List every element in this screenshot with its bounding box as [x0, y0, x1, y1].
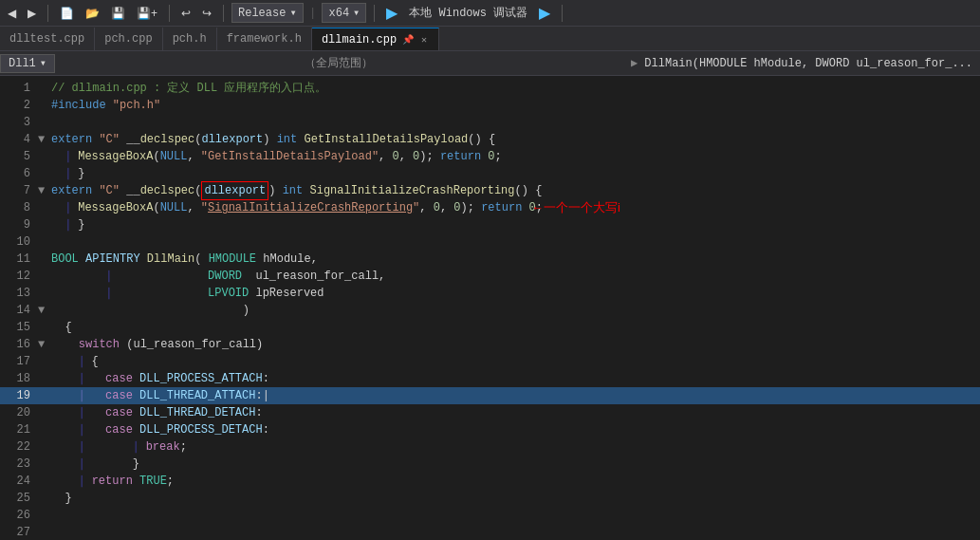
- sep2: [169, 5, 170, 22]
- code-line-19: 19 │ case DLL_THREAD_ATTACH:|: [0, 387, 980, 404]
- code-line-15: 15 {: [0, 319, 980, 336]
- back-btn[interactable]: ◀: [4, 5, 20, 22]
- scope-arrow-icon: ▶: [631, 57, 644, 70]
- sep3: [223, 5, 224, 22]
- play-btn[interactable]: ▶: [382, 4, 401, 22]
- tab-pin-icon[interactable]: 📌: [402, 34, 414, 46]
- collapse-arrow-4[interactable]: ▼: [38, 131, 51, 148]
- code-line-9: 9 │ }: [0, 216, 980, 233]
- tab-pch-cpp[interactable]: pch.cpp: [95, 28, 162, 50]
- sep1: [47, 5, 48, 22]
- code-editor[interactable]: 1 // dllmain.cpp : 定义 DLL 应用程序的入口点。 2 #i…: [0, 76, 980, 540]
- tab-dllmain-close[interactable]: ✕: [419, 33, 429, 47]
- code-line-27: 27: [0, 524, 980, 540]
- tabs-bar: dlltest.cpp pch.cpp pch.h framework.h dl…: [0, 27, 980, 51]
- code-line-21: 21 │ case DLL_PROCESS_DETACH:: [0, 421, 980, 438]
- code-line-16: 16 ▼ switch (ul_reason_for_call): [0, 336, 980, 353]
- code-area: 1 // dllmain.cpp : 定义 DLL 应用程序的入口点。 2 #i…: [0, 76, 980, 540]
- tab-framework-label: framework.h: [227, 32, 302, 46]
- code-line-10: 10: [0, 233, 980, 251]
- code-line-24: 24 │ return TRUE;: [0, 473, 980, 490]
- code-line-23: 23 │ }: [0, 456, 980, 473]
- arch-dropdown[interactable]: x64 ▾: [322, 3, 366, 23]
- code-line-2: 2 #include "pch.h": [0, 97, 980, 114]
- dll-scope-dropdown[interactable]: Dll1 ▾: [0, 54, 55, 73]
- debug-label: 本地 Windows 调试器: [405, 5, 531, 21]
- sep5: [562, 5, 563, 22]
- code-line-11: 11 BOOL APIENTRY DllMain( HMODULE hModul…: [0, 251, 980, 268]
- toolbar: ◀ ▶ 📄 📂 💾 💾+ ↩ ↪ Release ▾ | x64 ▾ ▶ 本地 …: [0, 0, 980, 27]
- scope-bar: Dll1 ▾ （全局范围） ▶ DllMain(HMODULE hModule,…: [0, 51, 980, 76]
- function-scope-label: ▶ DllMain(HMODULE hModule, DWORD ul_reas…: [623, 56, 980, 70]
- tab-dllmain[interactable]: dllmain.cpp 📌 ✕: [312, 28, 439, 50]
- arch-arrow-icon: ▾: [353, 6, 360, 20]
- collapse-arrow-7[interactable]: ▼: [38, 182, 51, 199]
- config-arrow-icon: ▾: [289, 6, 296, 20]
- code-line-22: 22 │ │ break;: [0, 438, 980, 456]
- tab-framework[interactable]: framework.h: [217, 28, 312, 50]
- dll-scope-arrow: ▾: [40, 56, 46, 70]
- config-label: Release: [238, 7, 286, 20]
- code-line-14: 14 ▼ ): [0, 302, 980, 319]
- code-line-25: 25 }: [0, 490, 980, 507]
- config-dropdown[interactable]: Release ▾: [231, 3, 304, 23]
- code-line-1: 1 // dllmain.cpp : 定义 DLL 应用程序的入口点。: [0, 80, 980, 97]
- dll-scope-label: Dll1: [9, 57, 36, 70]
- forward-btn[interactable]: ▶: [24, 5, 40, 22]
- open-btn[interactable]: 📂: [82, 5, 103, 22]
- run-btn[interactable]: ▶: [535, 4, 554, 22]
- tab-pch-h[interactable]: pch.h: [163, 28, 217, 50]
- code-line-5: 5 │ MessageBoxA(NULL, "GetInstallDetails…: [0, 148, 980, 165]
- code-line-17: 17 │ {: [0, 353, 980, 370]
- code-line-3: 3: [0, 114, 980, 131]
- tab-pch-h-label: pch.h: [173, 32, 207, 46]
- save-all-btn[interactable]: 💾+: [133, 5, 161, 22]
- code-line-4: 4 ▼ extern "C" __declspec(dllexport) int…: [0, 131, 980, 148]
- collapse-arrow-16[interactable]: ▼: [38, 336, 51, 353]
- tab-dllmain-label: dllmain.cpp: [322, 33, 397, 47]
- code-line-26: 26: [0, 507, 980, 524]
- code-line-12: 12 │ DWORD ul_reason_for_call,: [0, 268, 980, 285]
- code-line-20: 20 │ case DLL_THREAD_DETACH:: [0, 404, 980, 421]
- collapse-arrow-14[interactable]: ▼: [38, 302, 51, 319]
- annotation-arrow: ←一个一个大写i: [531, 199, 620, 216]
- tab-dlltest[interactable]: dlltest.cpp: [0, 28, 95, 50]
- save-btn[interactable]: 💾: [107, 5, 129, 22]
- arch-label: x64: [328, 7, 349, 20]
- sep4: [374, 5, 375, 22]
- code-line-8: 8 │ MessageBoxA(NULL, "SignalInitializeC…: [0, 199, 980, 216]
- tab-pch-cpp-label: pch.cpp: [104, 32, 152, 46]
- code-line-7: 7 ▼ extern "C" __declspec(dllexport) int…: [0, 182, 980, 199]
- redo-btn[interactable]: ↪: [198, 5, 215, 22]
- global-scope-label: （全局范围）: [55, 55, 623, 71]
- code-line-13: 13 │ LPVOID lpReserved: [0, 285, 980, 302]
- code-line-6: 6 │ }: [0, 165, 980, 182]
- undo-btn[interactable]: ↩: [177, 5, 194, 22]
- code-line-18: 18 │ case DLL_PROCESS_ATTACH:: [0, 370, 980, 387]
- tab-dlltest-label: dlltest.cpp: [9, 32, 84, 46]
- new-file-btn[interactable]: 📄: [56, 5, 78, 22]
